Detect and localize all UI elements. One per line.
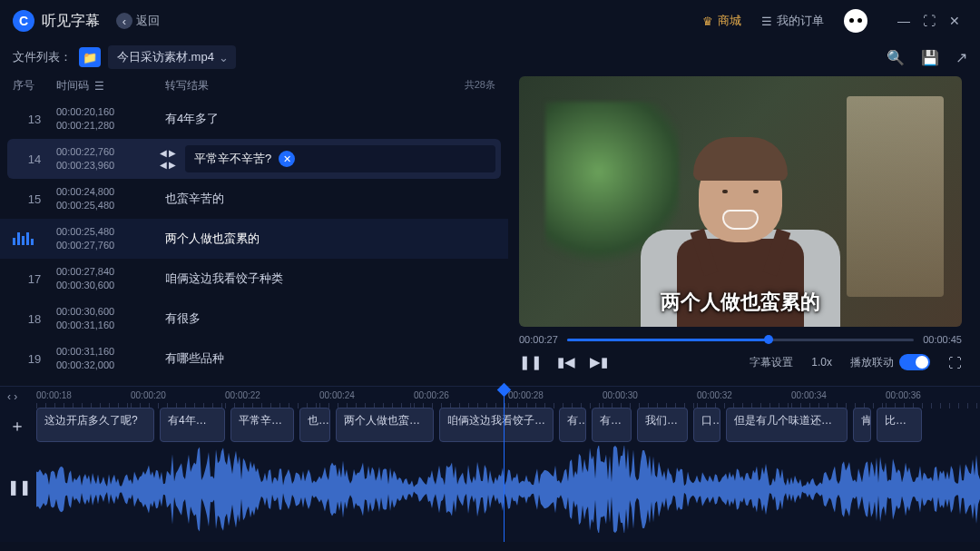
row-index: 19 — [13, 352, 56, 366]
row-text: 咱俩这边我看饺子种类 — [165, 271, 495, 287]
search-button[interactable]: 🔍 — [887, 49, 905, 66]
file-selector[interactable]: 今日采访素材.mp4 ⌄ — [108, 45, 236, 69]
skip-prev-icon: ▮◀ — [557, 354, 575, 369]
table-row[interactable]: 00:00:25,48000:00:27,760两个人做也蛮累的 — [0, 219, 508, 259]
timeline-segment[interactable]: 这边开店多久了呢? — [36, 408, 154, 442]
row-timecode: 00:00:27,84000:00:30,600 — [56, 265, 165, 293]
timeline-segment[interactable]: 但是有几个味道还可以 — [726, 408, 848, 442]
sort-icon: ☰ — [94, 80, 104, 93]
video-preview[interactable]: 两个人做也蛮累的 — [519, 76, 962, 327]
timecode-nudge[interactable]: ◀▶◀▶ — [160, 148, 176, 170]
app-logo: C — [13, 10, 34, 32]
row-text: 也蛮辛苦的 — [165, 191, 495, 207]
folder-icon[interactable]: 📁 — [79, 47, 101, 67]
waveform-row: ❚❚ — [0, 446, 980, 533]
chevron-down-icon: ⌄ — [219, 51, 229, 64]
playback-link-label: 播放联动 — [850, 355, 894, 370]
playing-icon — [13, 232, 56, 245]
seek-knob[interactable] — [764, 335, 773, 344]
clear-text-button[interactable]: ✕ — [279, 151, 295, 167]
current-file-name: 今日采访素材.mp4 — [117, 50, 214, 64]
playhead[interactable] — [504, 387, 505, 542]
save-icon: 💾 — [921, 50, 939, 65]
row-text-input[interactable]: 平常辛不辛苦?✕ — [185, 145, 495, 172]
timeline-segment[interactable]: 有4年多… — [160, 408, 225, 442]
file-bar: 文件列表： 📁 今日采访素材.mp4 ⌄ 🔍 💾 ↗ — [0, 42, 980, 73]
table-row[interactable]: 1500:00:24,80000:00:25,480也蛮辛苦的 — [0, 179, 508, 219]
timeline-segment[interactable]: 我们家… — [637, 408, 688, 442]
row-index: 18 — [13, 312, 56, 326]
ruler-tick: 00:00:34 — [791, 390, 886, 400]
timeline-ruler[interactable]: 00:00:1800:00:2000:00:2200:00:2400:00:26… — [0, 387, 980, 402]
window-close-button[interactable]: ✕ — [942, 14, 967, 28]
ruler-tick: 00:00:36 — [886, 390, 980, 400]
avatar[interactable] — [844, 9, 867, 33]
col-timecode[interactable]: 时间码 ☰ — [56, 78, 165, 93]
my-orders-link[interactable]: ☰ 我的订单 — [761, 13, 824, 29]
next-button[interactable]: ▶▮ — [590, 354, 608, 370]
back-label: 返回 — [136, 13, 160, 29]
window-minimize-button[interactable]: ― — [891, 14, 916, 28]
video-seek-bar[interactable] — [567, 339, 914, 341]
window-maximize-button[interactable]: ⛶ — [916, 14, 942, 28]
video-duration: 00:00:45 — [923, 334, 962, 345]
chevron-left-icon: ‹ — [116, 13, 132, 29]
timeline-segment[interactable]: 两个人做也蛮累的 — [336, 408, 434, 442]
pause-icon: ❚❚ — [519, 354, 543, 369]
waveform[interactable] — [36, 446, 980, 533]
ruler-tick: 00:00:26 — [414, 390, 508, 400]
video-person — [699, 152, 782, 242]
prev-button[interactable]: ▮◀ — [557, 354, 575, 370]
mall-link[interactable]: ♛ 商城 — [702, 13, 741, 29]
timeline-panel: ‹ › 00:00:1800:00:2000:00:2200:00:2400:0… — [0, 386, 980, 542]
timeline-segment[interactable]: 也… — [299, 408, 330, 442]
file-list-label: 文件列表： — [13, 49, 72, 65]
ruler-tick: 00:00:24 — [319, 390, 414, 400]
col-timecode-label: 时间码 — [56, 78, 89, 93]
timeline-segment[interactable]: 有… — [559, 408, 586, 442]
video-panel: 两个人做也蛮累的 00:00:27 00:00:45 ❚❚ ▮◀ ▶▮ 字幕设置… — [508, 73, 980, 386]
waveform-play-button[interactable]: ❚❚ — [7, 478, 31, 496]
timeline-segment[interactable]: 平常辛… — [230, 408, 294, 442]
app-name: 听见字幕 — [42, 12, 100, 31]
playback-speed[interactable]: 1.0x — [811, 356, 832, 369]
title-bar: C 听见字幕 ‹ 返回 ♛ 商城 ☰ 我的订单 ― ⛶ ✕ — [0, 0, 980, 42]
table-row[interactable]: 1800:00:30,60000:00:31,160有很多 — [0, 299, 508, 339]
ruler-tick: 00:00:30 — [603, 390, 697, 400]
ruler-tick: 00:00:28 — [508, 390, 603, 400]
row-index: 15 — [13, 192, 56, 206]
row-count: 共28条 — [465, 78, 495, 93]
table-header: 序号 时间码 ☰ 转写结果 共28条 — [0, 73, 508, 99]
fullscreen-button[interactable]: ⛶ — [948, 355, 962, 370]
playback-link-toggle[interactable] — [899, 354, 930, 370]
my-orders-label: 我的订单 — [777, 13, 824, 29]
row-index: 14 — [13, 153, 56, 166]
table-row[interactable]: 1400:00:22,76000:00:23,960◀▶◀▶平常辛不辛苦?✕ — [7, 139, 501, 179]
pause-button[interactable]: ❚❚ — [519, 354, 543, 370]
transcript-table: 序号 时间码 ☰ 转写结果 共28条 1300:00:20,16000:00:2… — [0, 73, 508, 386]
skip-next-icon: ▶▮ — [590, 354, 608, 369]
col-result: 转写结果 — [165, 78, 465, 93]
video-current-time: 00:00:27 — [519, 334, 558, 345]
back-button[interactable]: ‹ 返回 — [116, 13, 160, 29]
subtitle-settings-link[interactable]: 字幕设置 — [750, 355, 793, 370]
add-segment-button[interactable]: ＋ — [7, 415, 27, 435]
export-button[interactable]: ↗ — [956, 49, 967, 66]
timeline-segment[interactable]: 比如讲 — [877, 408, 922, 442]
row-index: 17 — [13, 272, 56, 286]
segment-track: ＋ 这边开店多久了呢?有4年多…平常辛…也…两个人做也蛮累的咱俩这边我看饺子种类… — [0, 408, 980, 442]
timeline-segment[interactable]: 咱俩这边我看饺子种类 — [439, 408, 554, 442]
ruler-tick: 00:00:22 — [225, 390, 319, 400]
timeline-segment[interactable]: 有哪… — [592, 408, 632, 442]
mall-label: 商城 — [718, 13, 741, 29]
table-row[interactable]: 1700:00:27,84000:00:30,600咱俩这边我看饺子种类 — [0, 259, 508, 299]
crown-icon: ♛ — [702, 15, 713, 28]
timeline-segment[interactable]: 口… — [693, 408, 720, 442]
row-text: 有很多 — [165, 310, 495, 327]
video-controls: ❚❚ ▮◀ ▶▮ 字幕设置 1.0x 播放联动 ⛶ — [519, 354, 962, 370]
table-row[interactable]: 1900:00:31,16000:00:32,000有哪些品种 — [0, 339, 508, 379]
export-icon: ↗ — [956, 50, 967, 65]
table-row[interactable]: 1300:00:20,16000:00:21,280有4年多了 — [0, 99, 508, 139]
timeline-segment[interactable]: 肯 — [853, 408, 871, 442]
save-button[interactable]: 💾 — [921, 49, 939, 66]
